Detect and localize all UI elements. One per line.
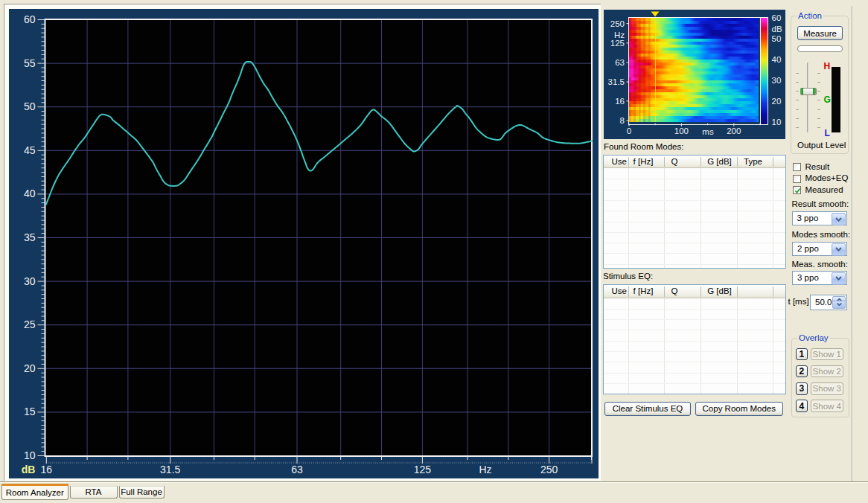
svg-text:dB: dB bbox=[22, 464, 36, 475]
svg-text:63: 63 bbox=[291, 464, 303, 475]
svg-text:30: 30 bbox=[24, 275, 36, 287]
svg-text:250: 250 bbox=[540, 464, 558, 475]
svg-text:30: 30 bbox=[772, 76, 782, 85]
svg-text:250: 250 bbox=[610, 19, 625, 28]
svg-text:60: 60 bbox=[772, 13, 782, 22]
svg-text:31.5: 31.5 bbox=[608, 77, 625, 86]
svg-text:25: 25 bbox=[24, 318, 36, 330]
svg-text:50: 50 bbox=[24, 100, 36, 112]
svg-text:10: 10 bbox=[24, 449, 36, 461]
svg-text:35: 35 bbox=[24, 231, 36, 243]
svg-text:200: 200 bbox=[727, 126, 741, 135]
svg-text:15: 15 bbox=[24, 406, 36, 417]
svg-text:dB: dB bbox=[772, 25, 782, 33]
svg-text:125: 125 bbox=[610, 39, 625, 48]
svg-text:Hz: Hz bbox=[614, 31, 625, 39]
svg-text:125: 125 bbox=[414, 464, 432, 475]
svg-text:55: 55 bbox=[24, 57, 36, 69]
svg-text:16: 16 bbox=[41, 464, 53, 475]
svg-text:Hz: Hz bbox=[479, 464, 491, 475]
svg-text:40: 40 bbox=[772, 55, 782, 64]
svg-text:20: 20 bbox=[24, 362, 36, 374]
svg-text:45: 45 bbox=[24, 144, 36, 156]
svg-text:63: 63 bbox=[615, 58, 625, 67]
svg-text:60: 60 bbox=[24, 13, 36, 25]
svg-text:10: 10 bbox=[772, 118, 782, 126]
svg-text:8: 8 bbox=[620, 116, 625, 125]
svg-text:0: 0 bbox=[627, 126, 631, 135]
svg-text:ms: ms bbox=[702, 127, 714, 136]
svg-text:20: 20 bbox=[772, 97, 782, 106]
svg-text:16: 16 bbox=[615, 97, 625, 106]
svg-text:50: 50 bbox=[772, 34, 782, 43]
svg-text:40: 40 bbox=[24, 188, 36, 199]
svg-text:100: 100 bbox=[674, 126, 689, 135]
svg-text:31.5: 31.5 bbox=[160, 464, 180, 475]
